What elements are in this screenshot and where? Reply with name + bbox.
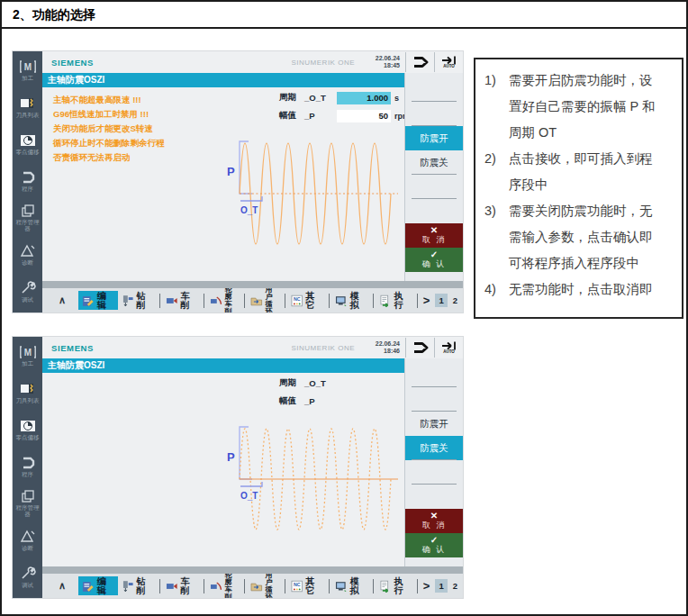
collapse-chevron-icon[interactable]: ∧: [59, 580, 66, 592]
softkey-empty-1[interactable]: [405, 77, 463, 102]
bottom-toolbar: ∧ 编辑 钻削 车削 轮廓 车削 用户 循环: [42, 574, 463, 598]
hmi-screenshot-vibration-off: M 加工 刀具列表 零点偏移 程序: [13, 337, 463, 598]
auto-mode-icon[interactable]: AUTO: [434, 338, 463, 358]
sidebar-item-diagnostics[interactable]: 诊断: [13, 521, 42, 558]
machining-m-icon: M: [19, 59, 37, 74]
svg-text:NC: NC: [294, 582, 301, 587]
cancel-x-icon: ✕: [430, 512, 438, 521]
softkey-confirm[interactable]: ✓ 确 认: [405, 533, 463, 557]
instruction-item: 3) 需要关闭防震功能时，无 需输入参数，点击确认即 可将程序插入程序段中: [484, 198, 676, 276]
toolbar-tab-drilling[interactable]: 钻削: [118, 291, 158, 310]
softkey-empty-4[interactable]: [405, 199, 463, 223]
amplitude-field-row: 幅值 _P: [279, 394, 337, 408]
svg-text:O_T: O_T: [240, 205, 258, 215]
edit-icon: [82, 294, 95, 307]
toolbar-tab-turning[interactable]: 车削: [162, 291, 202, 310]
softkey-empty-3[interactable]: [405, 175, 463, 199]
softkey-vibration-off[interactable]: 防震关: [405, 150, 463, 175]
warning-line: G96恒线速加工时禁用 !!!: [53, 107, 251, 122]
siemens-logo: SIEMENS: [51, 343, 94, 353]
toolbar-tab-contour-turning[interactable]: 轮廓 车削: [206, 576, 242, 595]
toolbar-separator: [159, 579, 160, 593]
softkey-vibration-off[interactable]: 防震关: [405, 436, 463, 460]
toolbar-tab-other[interactable]: NC 其它: [287, 291, 327, 310]
hmi-screenshot-vibration-on: M 加工 刀具列表 零点偏移 程序: [13, 51, 463, 313]
warning-line: 否责循环无法再启动: [53, 150, 251, 165]
amplitude-input[interactable]: 50: [337, 110, 391, 122]
sidebar-item-tool-list[interactable]: 刀具列表: [13, 88, 42, 125]
toolbar-tab-execute[interactable]: 执行: [376, 576, 415, 595]
softkey-empty-3[interactable]: [405, 460, 463, 485]
toolbar-separator: [373, 294, 374, 308]
sidebar-item-program-manager[interactable]: 程序管理器: [13, 199, 42, 236]
user-cycles-icon: [250, 580, 263, 593]
sidebar-item-machining[interactable]: M 加工: [13, 337, 42, 374]
instructions-box: 1) 需要开启防震功能时，设 置好自己需要的振幅 P 和 周期 OT 2) 点击…: [474, 58, 683, 319]
program-icon: [19, 456, 37, 470]
jog-mode-icon[interactable]: [405, 338, 434, 358]
sidebar-item-tool-list[interactable]: 刀具列表: [13, 374, 42, 411]
softkey-empty-2[interactable]: [405, 387, 463, 412]
softkey-empty-1[interactable]: [405, 363, 463, 387]
toolbar-separator: [373, 579, 374, 593]
sidebar-item-program[interactable]: 程序: [13, 162, 42, 199]
sidebar-item-diagnostics[interactable]: 诊断: [13, 236, 42, 273]
sidebar-item-program[interactable]: 程序: [13, 448, 42, 485]
warning-line: 主轴不能超最高限速 !!!: [53, 93, 251, 107]
toolbar-tab-simulation[interactable]: 模拟: [331, 291, 371, 310]
period-input[interactable]: 1.000: [337, 92, 391, 104]
siemens-logo: SIEMENS: [51, 58, 94, 68]
toolbar-page-1[interactable]: 1: [435, 294, 447, 307]
softkey-empty-2[interactable]: [405, 102, 463, 126]
toolbar-tab-turning[interactable]: 车削: [162, 576, 202, 595]
toolbar-separator: [159, 294, 160, 308]
toolbar-tab-user-cycles[interactable]: 用户 循环: [247, 291, 283, 310]
toolbar-page-1[interactable]: 1: [435, 579, 447, 593]
sidebar-item-zero-offset[interactable]: 零点偏移: [13, 125, 42, 162]
toolbar-tab-drilling[interactable]: 钻削: [118, 576, 158, 595]
softkey-vibration-on[interactable]: 防震开: [405, 412, 463, 436]
sidebar-item-commissioning[interactable]: 调试: [13, 273, 42, 310]
turning-icon: [166, 580, 178, 593]
period-field-row: 周期 _O_T 1.000 s: [279, 91, 399, 104]
screen-title-bar: 主轴防震OSZI: [42, 358, 404, 373]
toolbar-tab-other[interactable]: NC 其它: [287, 576, 327, 595]
page-title: 2、功能的选择: [2, 2, 686, 29]
toolbar-tab-edit[interactable]: 编辑: [78, 576, 118, 595]
sidebar-item-zero-offset[interactable]: 零点偏移: [13, 411, 42, 448]
sidebar-item-commissioning[interactable]: 调试: [13, 558, 42, 595]
toolbar-tab-execute[interactable]: 执行: [376, 291, 415, 310]
hmi-header: SIEMENS SINUMERIK ONE 22.06.24 18:46 AUT…: [42, 337, 463, 358]
toolbar-tab-user-cycles[interactable]: 用户 循环: [247, 576, 283, 595]
bottom-toolbar: ∧ 编辑 钻削 车削 轮廓 车削 用户 循环: [42, 288, 463, 313]
datetime: 22.06.24 18:46: [376, 340, 400, 355]
softkey-vibration-on[interactable]: 防震开: [405, 126, 463, 150]
toolbar-more-button[interactable]: >: [423, 294, 430, 307]
hmi-header: SIEMENS SINUMERIK ONE 22.06.24 18:45 AUT…: [42, 51, 463, 73]
toolbar-page-2[interactable]: 2: [449, 294, 461, 307]
toolbar-page-2[interactable]: 2: [449, 579, 461, 593]
svg-text:P: P: [227, 450, 235, 464]
commissioning-wrench-icon: [19, 281, 37, 295]
toolbar-tab-edit[interactable]: 编辑: [78, 291, 118, 310]
sidebar-item-machining[interactable]: M 加工: [13, 51, 42, 88]
nc-other-icon: NC: [291, 294, 303, 307]
collapse-chevron-icon[interactable]: ∧: [59, 294, 66, 306]
sidebar-item-program-manager[interactable]: 程序管理器: [13, 485, 42, 521]
toolbar-tab-simulation[interactable]: 模拟: [331, 576, 371, 595]
softkey-empty-4[interactable]: [405, 485, 463, 509]
toolbar-separator: [285, 294, 285, 308]
screen-title-bar: 主轴防震OSZI: [42, 73, 404, 87]
toolbar-more-button[interactable]: >: [423, 579, 430, 593]
nc-other-icon: NC: [291, 580, 303, 593]
auto-mode-icon[interactable]: AUTO: [434, 52, 463, 72]
diagnostics-icon: [19, 530, 37, 544]
zero-offset-icon: [19, 133, 37, 148]
toolbar-tab-contour-turning[interactable]: 轮廓 车削: [206, 291, 242, 310]
softkey-cancel[interactable]: ✕ 取 消: [405, 223, 463, 248]
diagnostics-icon: [19, 244, 37, 258]
jog-mode-icon[interactable]: [405, 52, 434, 72]
machining-m-icon: M: [19, 345, 37, 359]
softkey-cancel[interactable]: ✕ 取 消: [405, 509, 463, 533]
softkey-confirm[interactable]: ✓ 确 认: [405, 248, 463, 272]
